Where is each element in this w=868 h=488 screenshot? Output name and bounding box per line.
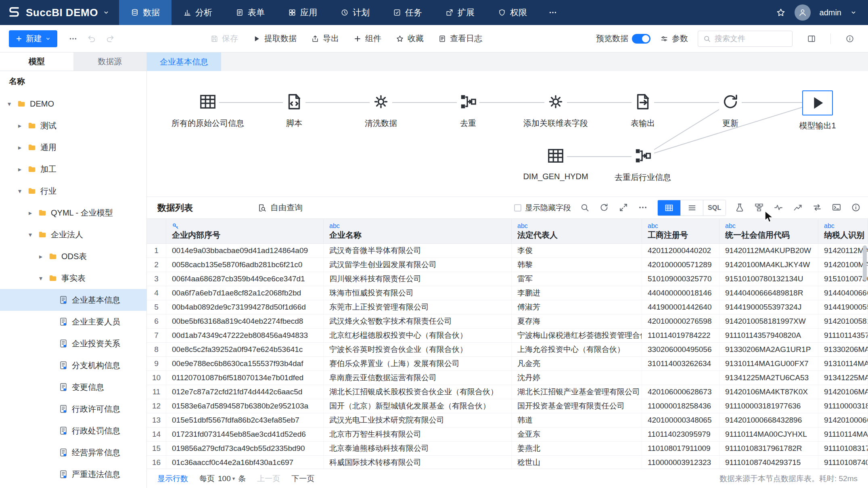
tree-item[interactable]: 企业投资关系: [0, 333, 146, 354]
tree-item[interactable]: ▸通用: [0, 136, 146, 158]
tree-item[interactable]: ▾企业法人: [0, 224, 146, 245]
column-header[interactable]: abc企业名称: [324, 219, 512, 243]
column-header[interactable]: 企业内部序号: [166, 219, 324, 243]
relation-view-button[interactable]: [754, 203, 765, 213]
redo-button[interactable]: [101, 34, 119, 43]
nav-tab-shield[interactable]: 权限: [486, 0, 539, 25]
view-log-button[interactable]: 查看日志: [438, 33, 482, 44]
chevron-down-icon[interactable]: ▾: [6, 100, 13, 108]
favorite-star-icon[interactable]: [776, 8, 786, 17]
tree-item[interactable]: 企业主要人员: [0, 311, 146, 333]
table-row[interactable]: 15019856a279cfd73ca49cb55d2335bd90北京泰迪熊移…: [147, 442, 868, 456]
save-button[interactable]: 保存: [210, 33, 238, 44]
undo-button[interactable]: [82, 34, 101, 43]
flow-node[interactable]: 添加关联维表字段: [507, 90, 604, 129]
compare-view-button[interactable]: [812, 203, 823, 213]
flow-node[interactable]: 模型输出1: [769, 90, 866, 131]
flow-node[interactable]: DIM_GEN_HYDM: [507, 145, 604, 181]
chevron-down-icon[interactable]: ▾: [37, 274, 44, 282]
tree-item[interactable]: ▸测试: [0, 115, 146, 136]
flow-node[interactable]: 清洗数据: [333, 90, 429, 129]
flow-node[interactable]: 更新: [682, 90, 779, 129]
tree-item[interactable]: 变更信息: [0, 376, 146, 398]
tree-item[interactable]: 行政处罚信息: [0, 420, 146, 442]
pulse-view-button[interactable]: [774, 203, 784, 213]
table-row[interactable]: 1601c36aaccf0c44e2a16bf430a1c697科威国际技术转移…: [147, 456, 868, 469]
experiment-view-button[interactable]: [735, 203, 745, 213]
chevron-down-icon[interactable]: ▾: [27, 231, 34, 239]
tree-item[interactable]: 严重违法信息: [0, 463, 146, 485]
tree-item[interactable]: 企业基本信息: [0, 289, 146, 311]
tree-item[interactable]: 行政许可信息: [0, 398, 146, 420]
page-size-dropdown[interactable]: 100 ▾: [218, 474, 235, 483]
tree-item[interactable]: ▾行业: [0, 180, 146, 202]
column-header[interactable]: abc法定代表人: [512, 219, 642, 243]
table-search-button[interactable]: [580, 203, 590, 213]
chevron-right-icon[interactable]: ▸: [37, 253, 44, 260]
info-button[interactable]: [851, 203, 862, 213]
table-row[interactable]: 11012e7c87a72cfd21fd74d4442c6aac5d湖北长江招银…: [147, 385, 868, 399]
nav-tab-tasks[interactable]: 任务: [381, 0, 434, 25]
nav-tab-form[interactable]: 表单: [224, 0, 276, 25]
show-hidden-fields-checkbox[interactable]: 显示隐藏字段: [514, 203, 571, 213]
sidebar-tab-model[interactable]: 模型: [0, 52, 73, 71]
search-input[interactable]: [715, 34, 787, 43]
more-options-button[interactable]: [638, 203, 648, 213]
grid-view-button[interactable]: [658, 200, 680, 216]
table-row[interactable]: 13015e51dbf5567fdfa86b2c43efa85eb7武汉光电工业…: [147, 413, 868, 427]
table-row[interactable]: 400a6f7a6eb7d1ae8cf82a1c2068fb2bd珠海市恒威投资…: [147, 286, 868, 300]
terminal-view-button[interactable]: [832, 203, 842, 213]
params-button[interactable]: 参数: [660, 33, 688, 44]
table-row[interactable]: 900e9e788ec6b8630ca155537f93b4daf赛伯乐众界置业…: [147, 357, 868, 371]
extract-data-button[interactable]: 提取数据: [253, 33, 297, 44]
flow-node[interactable]: 表输出: [594, 90, 691, 129]
table-row[interactable]: 600be5bf63168a819c404eb2274fbecd8武汉烽火众智数…: [147, 314, 868, 329]
nav-more-button[interactable]: [539, 8, 567, 17]
table-row[interactable]: 20058cacb135e5870f6adb281bc6f21c0武汉留学生创业…: [147, 258, 868, 272]
table-row[interactable]: 500b4ab0892de9c731994278d50f1d66d东莞市上正投资…: [147, 300, 868, 314]
chevron-right-icon[interactable]: ▸: [16, 165, 23, 173]
next-page-button[interactable]: 下一页: [291, 473, 314, 484]
help-info-button[interactable]: [841, 34, 859, 43]
content-tab[interactable]: 企业基本信息: [147, 52, 221, 71]
chevron-right-icon[interactable]: ▸: [16, 122, 23, 130]
nav-tab-database[interactable]: 数据: [119, 0, 172, 25]
tree-item[interactable]: 经营异常信息: [0, 442, 146, 463]
vertical-scrollbar[interactable]: [863, 245, 867, 281]
list-view-button[interactable]: [680, 200, 703, 216]
table-row[interactable]: 1001120701087b6f518070134e7b01dfed阜南鹿云亚信…: [147, 371, 868, 385]
chevron-right-icon[interactable]: ▸: [27, 209, 34, 217]
prev-page-button[interactable]: 上一页: [257, 473, 280, 484]
show-row-count-button[interactable]: 显示行数: [157, 473, 188, 484]
free-query-button[interactable]: 自由查询: [257, 202, 303, 213]
export-button[interactable]: 导出: [311, 33, 339, 44]
component-button[interactable]: 组件: [353, 33, 381, 44]
nav-tab-apps[interactable]: 应用: [276, 0, 329, 25]
tree-item[interactable]: 分支机构信息: [0, 354, 146, 376]
avatar[interactable]: [795, 4, 811, 21]
new-button[interactable]: 新建: [9, 30, 57, 47]
table-row[interactable]: 700d1ab74349c47222eb808456a494833北京红杉榅德股…: [147, 329, 868, 343]
tree-item[interactable]: ▸QYML - 企业模型: [0, 202, 146, 224]
user-menu-chevron-icon[interactable]: [850, 9, 857, 16]
flow-canvas[interactable]: 所有的原始公司信息脚本清洗数据去重添加关联维表字段表输出更新模型输出1DIM_G…: [147, 71, 868, 197]
flow-node[interactable]: 去重: [420, 90, 517, 129]
tree-item[interactable]: ▾DEMO: [0, 93, 146, 115]
workspace-switcher[interactable]: SuccBI DEMO: [0, 6, 119, 19]
table-row[interactable]: 14017231fd0731445eb85ae3cd41d52ed6北京市万智生…: [147, 427, 868, 442]
table-row[interactable]: 1201583e6a7d5894587b6380b2e952103a国开（北京）…: [147, 399, 868, 413]
search-box[interactable]: [698, 31, 793, 47]
refresh-button[interactable]: [599, 203, 610, 213]
chevron-down-icon[interactable]: ▾: [16, 187, 23, 195]
table-row[interactable]: 3006f4aa686287cb359b449ce6ce347d1四川银米科技有…: [147, 272, 868, 286]
flow-node[interactable]: 所有的原始公司信息: [159, 90, 256, 129]
layout-button[interactable]: [802, 34, 821, 43]
nav-tab-chart[interactable]: 分析: [172, 0, 224, 25]
sidebar-tab-datasource[interactable]: 数据源: [73, 52, 147, 71]
fullscreen-button[interactable]: [619, 203, 629, 213]
favorite-button[interactable]: 收藏: [396, 33, 424, 44]
chevron-right-icon[interactable]: ▸: [16, 144, 23, 151]
nav-tab-clock[interactable]: 计划: [329, 0, 381, 25]
tree-item[interactable]: ▾事实表: [0, 267, 146, 289]
preview-data-toggle[interactable]: [632, 34, 650, 44]
